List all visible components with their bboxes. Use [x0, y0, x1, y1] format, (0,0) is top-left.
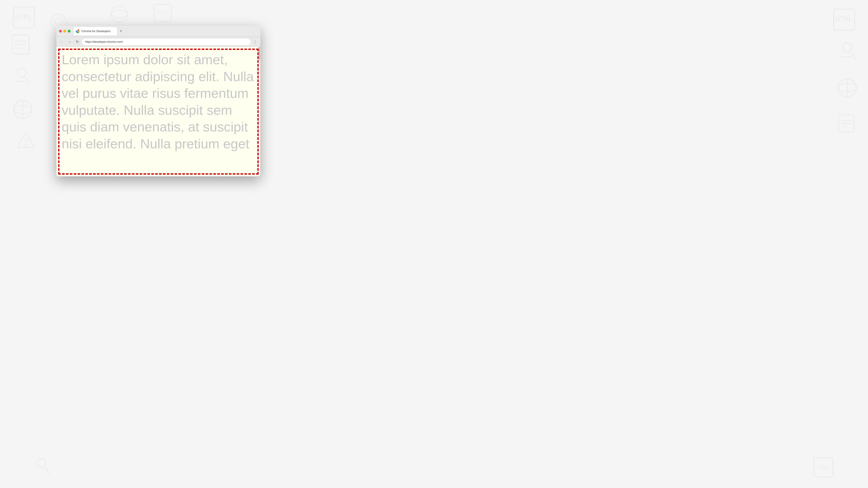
tab-area: Chrome for Developers + [73, 27, 258, 35]
scrollbar[interactable] [258, 47, 260, 176]
lorem-text: Lorem ipsum dolor sit amet, consectetur … [56, 47, 260, 156]
svg-point-31 [37, 459, 45, 467]
tab-title: Chrome for Developers [82, 30, 114, 33]
bg-icon-r1: HTML [831, 6, 857, 33]
page-content: Lorem ipsum dolor sit amet, consectetur … [56, 47, 260, 176]
svg-point-15 [25, 144, 27, 146]
reload-button[interactable]: ↻ [74, 39, 80, 45]
menu-icon: ⋮ [253, 39, 257, 44]
forward-icon: → [68, 40, 71, 44]
back-button[interactable]: ← [59, 39, 65, 45]
traffic-lights [59, 30, 70, 33]
browser-menu-button[interactable]: ⋮ [252, 39, 258, 45]
new-tab-button[interactable]: + [118, 28, 124, 34]
svg-point-3 [55, 18, 62, 26]
svg-text:HTML: HTML [835, 15, 853, 24]
bg-icon-b1 [33, 455, 54, 477]
svg-text:HTML: HTML [817, 464, 830, 470]
forward-button[interactable]: → [66, 39, 72, 45]
title-bar: Chrome for Developers + [56, 26, 260, 37]
svg-point-36 [77, 31, 78, 32]
bg-icon-t1: HTML [152, 2, 174, 24]
address-bar-row: ← → ↻ ⋮ [56, 37, 260, 47]
back-icon: ← [60, 40, 63, 44]
browser-window: Chrome for Developers + ← → ↻ ⋮ Lorem ip… [56, 26, 260, 176]
bg-icon-r3 [835, 76, 859, 100]
bg-icon-1: HTML [11, 4, 37, 30]
svg-point-30 [111, 10, 128, 18]
bg-icon-5 [11, 98, 35, 122]
bg-icon-b2: HTML [812, 455, 835, 479]
maximize-button[interactable] [68, 30, 70, 33]
bg-icon-6 [15, 130, 37, 152]
reload-icon: ↻ [76, 40, 79, 44]
bg-icon-t2 [108, 3, 130, 25]
minimize-button[interactable] [63, 30, 66, 33]
svg-point-18 [842, 43, 852, 52]
bg-icon-r4 [835, 113, 857, 134]
browser-tab[interactable]: Chrome for Developers [73, 27, 117, 35]
svg-text:HTML: HTML [157, 10, 168, 16]
svg-point-29 [111, 6, 128, 22]
scrollbar-thumb[interactable] [258, 47, 260, 60]
address-bar-input[interactable] [82, 39, 250, 45]
close-button[interactable] [59, 30, 62, 33]
bg-icon-3 [9, 33, 33, 56]
bg-icon-r2 [838, 39, 862, 63]
svg-text:HTML: HTML [15, 13, 33, 21]
svg-point-8 [18, 68, 26, 77]
bg-icon-4 [13, 65, 35, 87]
chrome-favicon [76, 29, 80, 33]
